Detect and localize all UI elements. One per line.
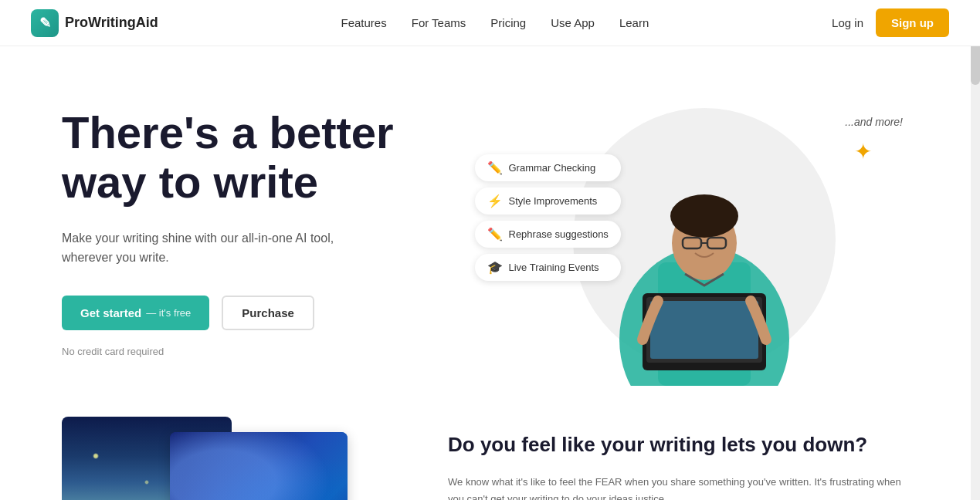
- nav-pricing[interactable]: Pricing: [490, 16, 526, 29]
- hero-left: There's a better way to write Make your …: [62, 93, 490, 357]
- svg-rect-4: [650, 301, 758, 359]
- feature-card-style: ⚡ Style Improvements: [475, 188, 621, 215]
- feature-cards: ✏️ Grammar Checking ⚡ Style Improvements…: [475, 154, 621, 281]
- logo-icon: ✎: [31, 9, 59, 37]
- svg-point-6: [670, 194, 738, 238]
- get-started-button[interactable]: Get started — it's free: [62, 296, 209, 330]
- bottom-left: My idea in my head: [62, 417, 386, 500]
- no-card-text: No credit card required: [62, 346, 490, 357]
- bottom-section: My idea in my head Do you feel like your…: [0, 417, 980, 500]
- hero-right: ✏️ Grammar Checking ⚡ Style Improvements…: [490, 93, 919, 386]
- navigation: ✎ ProWritingAid Features For Teams Prici…: [0, 0, 980, 46]
- signup-button[interactable]: Sign up: [876, 8, 949, 37]
- nav-for-teams[interactable]: For Teams: [412, 16, 466, 29]
- nav-learn[interactable]: Learn: [619, 16, 649, 29]
- bottom-right: Do you feel like your writing lets you d…: [448, 417, 918, 500]
- nav-actions: Log in Sign up: [832, 8, 949, 37]
- nav-links: Features For Teams Pricing Use App Learn: [341, 16, 649, 30]
- rephrase-icon: ✏️: [487, 227, 503, 242]
- feature-card-rephrase: ✏️ Rephrase suggestions: [475, 221, 621, 248]
- star-decoration: ✦: [854, 139, 872, 164]
- section-desc: We know what it's like to feel the FEAR …: [448, 474, 918, 500]
- style-icon: ⚡: [487, 194, 503, 208]
- logo-text: ProWritingAid: [65, 15, 158, 31]
- section-title: Do you feel like your writing lets you d…: [448, 432, 918, 458]
- nav-use-app[interactable]: Use App: [551, 16, 595, 29]
- hero-illustration: [596, 123, 812, 386]
- hero-title: There's a better way to write: [62, 108, 490, 207]
- image-stack: My idea in my head: [62, 417, 340, 500]
- hero-cta: Get started — it's free Purchase: [62, 296, 490, 330]
- logo-link[interactable]: ✎ ProWritingAid: [31, 9, 158, 37]
- hero-subtitle: Make your writing shine with our all-in-…: [62, 228, 371, 268]
- purchase-button[interactable]: Purchase: [222, 296, 314, 330]
- grammar-icon: ✏️: [487, 160, 503, 175]
- page-scrollbar[interactable]: [971, 0, 980, 500]
- nav-features[interactable]: Features: [341, 16, 387, 29]
- feature-card-training: 🎓 Live Training Events: [475, 254, 621, 281]
- feature-card-grammar: ✏️ Grammar Checking: [475, 154, 621, 181]
- login-button[interactable]: Log in: [832, 16, 863, 29]
- training-icon: 🎓: [487, 260, 503, 275]
- more-label: ...and more!: [845, 116, 903, 128]
- blue-painting-image: [170, 432, 348, 500]
- hero-section: There's a better way to write Make your …: [0, 46, 980, 417]
